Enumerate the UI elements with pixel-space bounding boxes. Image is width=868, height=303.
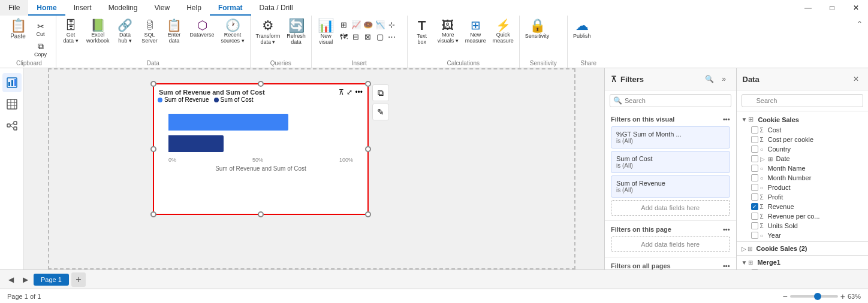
get-data-button[interactable]: 🗄 Get data ▾ xyxy=(59,17,83,46)
data-search-input[interactable] xyxy=(742,94,864,107)
zoom-in-button[interactable]: + xyxy=(840,292,845,301)
product-checkbox[interactable] xyxy=(751,184,758,191)
focus-mode-button[interactable]: ✎ xyxy=(372,104,389,120)
data-item-units-sold[interactable]: Σ Units Sold xyxy=(737,221,869,231)
publish-button[interactable]: ☁ Publish xyxy=(570,17,594,41)
tab-home[interactable]: Home xyxy=(28,0,65,16)
data-item-cost[interactable]: Σ Cost xyxy=(737,125,869,135)
cookie-sales-header[interactable]: ▼ ⊞ Cookie Sales xyxy=(737,114,869,125)
tab-view[interactable]: View xyxy=(146,0,178,16)
rev-per-co-checkbox[interactable] xyxy=(751,213,758,220)
bar-chart-icon[interactable]: ⊞ xyxy=(339,19,349,30)
more-visuals-button[interactable]: 🖼 More visuals ▾ xyxy=(435,17,462,46)
new-measure-button[interactable]: ⊞ New measure xyxy=(462,17,489,46)
tab-modeling[interactable]: Modeling xyxy=(100,0,146,16)
filter-icon[interactable]: ⊼ xyxy=(339,88,344,96)
data-hub-button[interactable]: 🔗 Data hub ▾ xyxy=(113,17,137,46)
more-options-icon[interactable]: ••• xyxy=(355,88,363,96)
cut-button[interactable]: ✂ Cut xyxy=(32,20,49,38)
transform-data-button[interactable]: ⚙ Transform data ▾ xyxy=(253,17,284,47)
revenue-checkbox[interactable]: ✓ xyxy=(751,203,758,210)
data-item-cost-per-cookie[interactable]: Σ Cost per cookie xyxy=(737,135,869,144)
data-item-revenue-per-co[interactable]: Σ Revenue per co... xyxy=(737,211,869,221)
tab-insert[interactable]: Insert xyxy=(65,0,100,16)
add-page-filter-button[interactable]: Add data fields here xyxy=(611,237,730,252)
tab-data-drill[interactable]: Data / Drill xyxy=(251,0,302,16)
filters-page-more[interactable]: ••• xyxy=(723,226,730,233)
handle-tl[interactable] xyxy=(150,81,156,87)
filters-search-input[interactable] xyxy=(610,94,731,107)
cookie-sales-2-header[interactable]: ▷ ⊞ Cookie Sales (2) xyxy=(737,243,869,254)
maximize-button[interactable]: □ xyxy=(820,0,844,16)
expand-icon[interactable]: ⤢ xyxy=(346,88,352,96)
handle-tm[interactable] xyxy=(258,81,264,87)
tab-help[interactable]: Help xyxy=(178,0,210,16)
sql-server-button[interactable]: 🛢 SQL Server xyxy=(138,17,162,46)
tab-file[interactable]: File xyxy=(0,0,28,16)
area-chart-icon[interactable]: 📉 xyxy=(375,19,385,30)
cost-cookie-checkbox[interactable] xyxy=(751,136,758,143)
merge1-header[interactable]: ▼ ⊞ Merge1 xyxy=(737,257,869,268)
month-number-checkbox[interactable] xyxy=(751,174,758,181)
data-item-country[interactable]: ○ Country xyxy=(737,144,869,154)
pie-chart-icon[interactable]: 🍩 xyxy=(363,19,373,30)
add-visual-filter-button[interactable]: Add data fields here xyxy=(611,200,730,216)
handle-bm[interactable] xyxy=(258,211,264,217)
scatter-icon[interactable]: ⊹ xyxy=(387,19,397,30)
recent-sources-button[interactable]: 🕐 Recent sources ▾ xyxy=(218,17,248,46)
zoom-out-button[interactable]: − xyxy=(783,292,788,301)
text-box-button[interactable]: T Text box xyxy=(410,17,434,47)
handle-mr[interactable] xyxy=(365,146,371,152)
units-sold-checkbox[interactable] xyxy=(751,222,758,229)
minimize-button[interactable]: — xyxy=(796,0,820,16)
table-view-button[interactable] xyxy=(2,95,22,114)
data-panel-close[interactable]: ✕ xyxy=(850,73,862,85)
copy-visual-button[interactable]: ⧉ xyxy=(372,84,389,101)
filters-search-toggle[interactable]: 🔍 xyxy=(704,73,716,85)
handle-bl[interactable] xyxy=(150,211,156,217)
excel-workbook-button[interactable]: 📗 Excel workbook xyxy=(83,17,113,46)
dataverse-button[interactable]: ⬡ Dataverse xyxy=(187,17,218,40)
handle-br[interactable] xyxy=(365,211,371,217)
copy-button[interactable]: ⧉ Copy xyxy=(32,40,49,59)
filter-item-sum-revenue[interactable]: Sum of Revenue is (All) xyxy=(611,175,730,198)
data-item-year[interactable]: ○ Year xyxy=(737,231,869,240)
new-visual-button[interactable]: 📊 New visual xyxy=(314,17,338,47)
handle-ml[interactable] xyxy=(150,146,156,152)
map-icon[interactable]: 🗺 xyxy=(339,31,349,42)
filters-expand-toggle[interactable]: » xyxy=(718,73,730,85)
close-button[interactable]: ✕ xyxy=(844,0,868,16)
add-page-button[interactable]: + xyxy=(71,272,86,287)
matrix-icon[interactable]: ⊠ xyxy=(363,31,373,42)
ribbon-collapse-button[interactable]: ⌃ xyxy=(854,18,866,30)
report-view-button[interactable] xyxy=(2,73,22,92)
data-item-month-number[interactable]: ○ Month Number xyxy=(737,173,869,183)
page-nav-prev[interactable]: ◀ xyxy=(5,274,17,286)
data-item-date[interactable]: ▷ ⊞ Date xyxy=(737,154,869,163)
zoom-thumb[interactable] xyxy=(814,293,821,300)
filters-visual-more[interactable]: ••• xyxy=(723,116,730,123)
sensitivity-button[interactable]: 🔒 Sensitivity xyxy=(522,17,553,41)
page-tab-1[interactable]: Page 1 xyxy=(34,274,69,286)
filter-item-sum-cost[interactable]: Sum of Cost is (All) xyxy=(611,151,730,173)
country-checkbox[interactable] xyxy=(751,146,758,153)
card-icon[interactable]: ▢ xyxy=(375,31,385,42)
filters-all-more[interactable]: ••• xyxy=(723,262,730,269)
more-icon[interactable]: ⋯ xyxy=(387,31,397,42)
profit-checkbox[interactable] xyxy=(751,193,758,201)
data-item-month-name[interactable]: ○ Month Name xyxy=(737,163,869,173)
zoom-slider[interactable] xyxy=(790,295,838,298)
refresh-data-button[interactable]: 🔄 Refresh data xyxy=(284,17,309,47)
cost-checkbox[interactable] xyxy=(751,126,758,134)
quick-measure-button[interactable]: ⚡ Quick measure xyxy=(490,17,517,46)
filter-item-gt-sum[interactable]: %GT Sum of Month ... is (All) xyxy=(611,126,730,149)
year-checkbox[interactable] xyxy=(751,232,758,239)
visual-card[interactable]: ⧉ ✎ Sum of Revenue and Sum of Cost ⊼ ⤢ •… xyxy=(153,83,369,215)
enter-data-button[interactable]: 📋 Enter data xyxy=(162,17,186,46)
date-checkbox[interactable] xyxy=(751,155,758,162)
table-chart-icon[interactable]: ⊟ xyxy=(351,31,361,42)
data-item-product[interactable]: ○ Product xyxy=(737,183,869,192)
paste-button[interactable]: 📋 Paste xyxy=(5,17,31,41)
data-item-profit[interactable]: Σ Profit xyxy=(737,192,869,202)
data-item-revenue[interactable]: ✓ Σ Revenue xyxy=(737,202,869,211)
